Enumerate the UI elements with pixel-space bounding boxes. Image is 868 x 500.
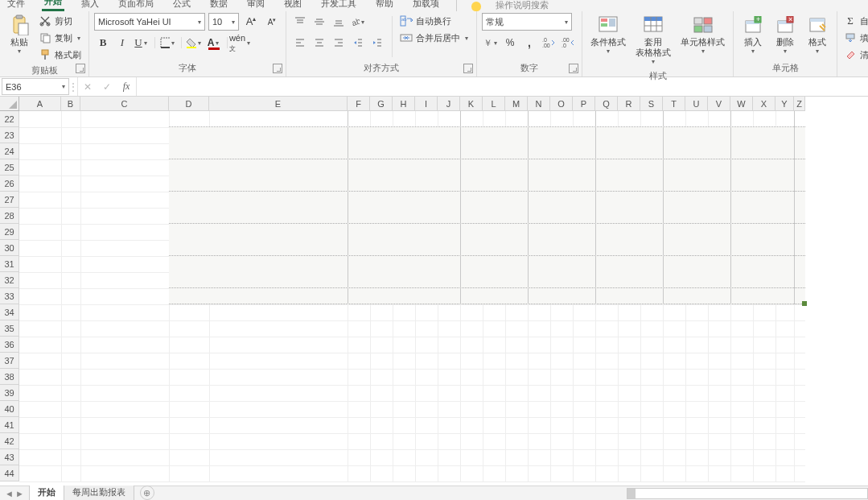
sheet-nav-prev[interactable]: ◄ bbox=[5, 489, 14, 498]
decrease-indent-button[interactable] bbox=[349, 34, 367, 52]
col-head[interactable]: J bbox=[438, 97, 460, 111]
namebox-resize-handle[interactable]: ⋮ bbox=[69, 77, 77, 96]
decrease-font-button[interactable]: A▾ bbox=[263, 13, 281, 31]
sheet-nav[interactable]: ◄► bbox=[0, 489, 29, 498]
col-head[interactable]: L bbox=[483, 97, 505, 111]
cut-button[interactable]: 剪切 bbox=[37, 13, 84, 29]
row-head[interactable]: 36 bbox=[0, 337, 19, 353]
sheet-nav-next[interactable]: ► bbox=[15, 489, 24, 498]
row-head[interactable]: 22 bbox=[0, 111, 19, 127]
col-head[interactable]: O bbox=[550, 97, 573, 111]
increase-decimal-button[interactable]: .0.00 bbox=[540, 34, 557, 52]
autosum-button[interactable]: Σ自动求和▾ bbox=[842, 13, 868, 29]
formula-input[interactable] bbox=[137, 77, 868, 96]
copy-button[interactable]: 复制 ▾ bbox=[37, 30, 84, 46]
row-head[interactable]: 44 bbox=[0, 465, 19, 481]
merge-center-button[interactable]: 合并后居中 ▾ bbox=[398, 30, 471, 46]
row-head[interactable]: 28 bbox=[0, 208, 19, 224]
col-head[interactable]: P bbox=[573, 97, 595, 111]
col-head[interactable]: X bbox=[753, 97, 775, 111]
row-head[interactable]: 30 bbox=[0, 240, 19, 256]
number-format-combo[interactable]: 常规▾ bbox=[482, 13, 572, 31]
format-cells-button[interactable]: 格式▾ bbox=[803, 13, 832, 58]
underline-button[interactable]: U▾ bbox=[133, 34, 150, 52]
row-head[interactable]: 38 bbox=[0, 369, 19, 385]
col-head[interactable]: I bbox=[415, 97, 438, 111]
number-launcher[interactable] bbox=[569, 64, 578, 73]
font-launcher[interactable] bbox=[273, 64, 282, 73]
align-middle-button[interactable] bbox=[311, 13, 328, 31]
increase-font-button[interactable]: A▴ bbox=[242, 13, 260, 31]
sheet-tab-1[interactable]: 每周出勤报表 bbox=[64, 484, 134, 500]
row-head[interactable]: 23 bbox=[0, 127, 19, 143]
italic-button[interactable]: I bbox=[113, 34, 131, 52]
col-head[interactable]: B bbox=[61, 97, 80, 111]
percent-button[interactable]: % bbox=[501, 34, 519, 52]
row-head[interactable]: 32 bbox=[0, 272, 19, 288]
col-head[interactable]: N bbox=[528, 97, 550, 111]
menu-tab-view[interactable]: 视图 bbox=[282, 0, 304, 11]
align-launcher[interactable] bbox=[463, 64, 473, 73]
wrap-text-button[interactable]: ab 自动换行 bbox=[398, 13, 471, 29]
col-head[interactable]: E bbox=[209, 97, 348, 111]
align-top-button[interactable] bbox=[291, 13, 309, 31]
menu-tab-formulas[interactable]: 公式 bbox=[171, 0, 193, 11]
row-head[interactable]: 31 bbox=[0, 256, 19, 272]
format-as-table-button[interactable]: 套用 表格格式▾ bbox=[632, 13, 674, 68]
accounting-format-button[interactable]: ￥▾ bbox=[482, 34, 500, 52]
name-box[interactable]: E36 ▾ bbox=[2, 78, 69, 95]
row-head[interactable]: 34 bbox=[0, 304, 19, 320]
menu-tab-layout[interactable]: 页面布局 bbox=[116, 0, 156, 11]
col-head[interactable]: Z bbox=[794, 97, 805, 111]
row-head[interactable]: 26 bbox=[0, 176, 19, 192]
menu-tab-file[interactable]: 文件 bbox=[5, 0, 27, 11]
row-head[interactable]: 29 bbox=[0, 224, 19, 240]
col-head[interactable]: V bbox=[708, 97, 730, 111]
row-head[interactable]: 33 bbox=[0, 288, 19, 304]
col-head[interactable]: M bbox=[505, 97, 528, 111]
col-head[interactable]: Q bbox=[595, 97, 618, 111]
worksheet-grid[interactable]: ABCDEFGHIJKLMNOPQRSTUVWXYZ22232425262728… bbox=[0, 97, 868, 486]
menu-tab-addin[interactable]: 加载项 bbox=[410, 0, 442, 11]
orientation-button[interactable]: ab▾ bbox=[349, 13, 367, 31]
menu-tab-home[interactable]: 开始 bbox=[42, 0, 64, 11]
comma-button[interactable]: , bbox=[520, 34, 538, 52]
cells-area[interactable] bbox=[19, 111, 805, 481]
row-head[interactable]: 27 bbox=[0, 192, 19, 208]
horizontal-scrollbar[interactable] bbox=[627, 488, 868, 499]
fill-button[interactable]: 填充▾ bbox=[842, 30, 868, 46]
increase-indent-button[interactable] bbox=[368, 34, 386, 52]
fill-handle[interactable] bbox=[802, 301, 807, 306]
font-size-combo[interactable]: 10▾ bbox=[208, 13, 239, 31]
col-head[interactable]: H bbox=[393, 97, 415, 111]
col-head[interactable]: D bbox=[169, 97, 209, 111]
conditional-format-button[interactable]: 条件格式▾ bbox=[587, 13, 629, 58]
row-head[interactable]: 40 bbox=[0, 401, 19, 417]
cancel-formula-button[interactable]: ✕ bbox=[78, 77, 97, 96]
add-sheet-button[interactable]: ⊕ bbox=[140, 486, 154, 500]
row-head[interactable]: 41 bbox=[0, 417, 19, 433]
col-head[interactable]: S bbox=[640, 97, 663, 111]
bold-button[interactable]: B bbox=[94, 34, 112, 52]
col-head[interactable]: Y bbox=[775, 97, 794, 111]
format-painter-button[interactable]: 格式刷 bbox=[37, 47, 84, 63]
paste-button[interactable]: 粘贴 ▾ bbox=[5, 13, 34, 58]
col-head[interactable]: K bbox=[460, 97, 483, 111]
align-left-button[interactable] bbox=[291, 34, 309, 52]
col-head[interactable]: F bbox=[348, 97, 370, 111]
cell-styles-button[interactable]: 单元格样式▾ bbox=[677, 13, 728, 58]
col-head[interactable]: C bbox=[80, 97, 169, 111]
col-head[interactable]: U bbox=[685, 97, 708, 111]
col-head[interactable]: T bbox=[663, 97, 685, 111]
delete-cells-button[interactable]: × 删除▾ bbox=[771, 13, 800, 58]
enter-formula-button[interactable]: ✓ bbox=[97, 77, 117, 96]
col-head[interactable]: G bbox=[370, 97, 393, 111]
font-name-combo[interactable]: Microsoft YaHei UI▾ bbox=[94, 13, 205, 31]
fill-color-button[interactable]: ▾ bbox=[186, 34, 204, 52]
decrease-decimal-button[interactable]: .00.0 bbox=[559, 34, 577, 52]
tell-me-search[interactable]: 操作说明搜索 bbox=[496, 0, 549, 11]
row-head[interactable]: 24 bbox=[0, 143, 19, 159]
clear-button[interactable]: 清除▾ bbox=[842, 47, 868, 63]
insert-function-button[interactable]: fx bbox=[117, 77, 136, 96]
row-head[interactable]: 37 bbox=[0, 353, 19, 369]
